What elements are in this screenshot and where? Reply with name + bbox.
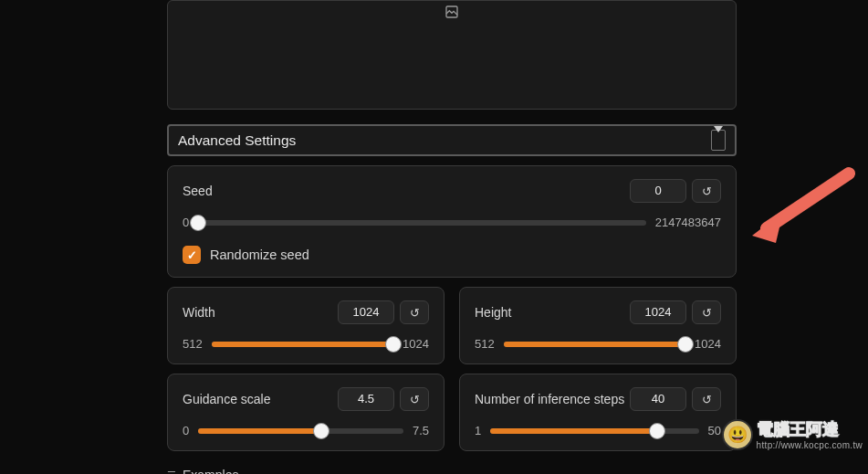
reset-icon: ↺ bbox=[410, 306, 420, 320]
seed-reset-button[interactable]: ↺ bbox=[692, 179, 721, 203]
randomize-seed-label: Randomize seed bbox=[210, 248, 309, 262]
watermark-url: http://www.kocpc.com.tw bbox=[757, 440, 863, 450]
seed-slider[interactable] bbox=[198, 220, 645, 226]
watermark-title: 電腦王阿達 bbox=[757, 418, 863, 440]
width-slider[interactable] bbox=[212, 342, 393, 347]
guidance-slider[interactable] bbox=[198, 428, 403, 434]
annotation-arrow bbox=[748, 164, 858, 247]
height-slider-thumb[interactable] bbox=[677, 336, 694, 353]
width-max: 1024 bbox=[403, 337, 429, 351]
advanced-settings-toggle[interactable]: Advanced Settings bbox=[167, 124, 737, 156]
seed-slider-thumb[interactable] bbox=[190, 215, 206, 231]
width-slider-thumb[interactable] bbox=[385, 336, 402, 353]
guidance-reset-button[interactable]: ↺ bbox=[400, 387, 429, 411]
chevron-down-icon bbox=[711, 130, 726, 151]
width-reset-button[interactable]: ↺ bbox=[400, 300, 429, 324]
steps-max: 50 bbox=[708, 424, 721, 437]
seed-panel: Seed 0 ↺ 0 2147483647 ✓ Randomize seed bbox=[167, 165, 737, 278]
width-label: Width bbox=[183, 305, 215, 320]
steps-panel: Number of inference steps 40 ↺ 1 50 bbox=[459, 374, 737, 451]
width-value-input[interactable]: 1024 bbox=[338, 300, 394, 324]
svg-marker-2 bbox=[752, 212, 783, 243]
reset-icon: ↺ bbox=[702, 393, 712, 406]
steps-value-input[interactable]: 40 bbox=[630, 387, 686, 411]
height-value-input[interactable]: 1024 bbox=[630, 300, 686, 324]
guidance-label: Guidance scale bbox=[183, 392, 271, 406]
watermark-logo-icon: 😃 bbox=[722, 419, 753, 450]
steps-slider[interactable] bbox=[490, 428, 698, 434]
randomize-seed-checkbox[interactable]: ✓ bbox=[183, 246, 201, 264]
svg-line-1 bbox=[767, 174, 849, 228]
height-reset-button[interactable]: ↺ bbox=[692, 300, 721, 324]
steps-slider-thumb[interactable] bbox=[649, 423, 665, 439]
seed-min: 0 bbox=[183, 216, 189, 229]
reset-icon: ↺ bbox=[410, 393, 420, 406]
height-max: 1024 bbox=[695, 337, 721, 351]
reset-icon: ↺ bbox=[702, 184, 712, 198]
seed-max: 2147483647 bbox=[655, 216, 721, 229]
guidance-value-input[interactable]: 4.5 bbox=[338, 387, 394, 411]
width-panel: Width 1024 ↺ 512 1024 bbox=[167, 287, 444, 364]
height-panel: Height 1024 ↺ 512 1024 bbox=[459, 287, 737, 364]
guidance-max: 7.5 bbox=[413, 424, 429, 437]
list-icon: ☰ bbox=[167, 469, 175, 475]
image-output-area bbox=[167, 0, 737, 110]
height-slider[interactable] bbox=[504, 342, 685, 347]
height-min: 512 bbox=[475, 337, 495, 351]
guidance-slider-thumb[interactable] bbox=[313, 423, 329, 439]
check-icon: ✓ bbox=[187, 248, 197, 262]
height-label: Height bbox=[475, 305, 511, 320]
steps-min: 1 bbox=[475, 424, 481, 437]
steps-label: Number of inference steps bbox=[475, 392, 624, 406]
advanced-settings-label: Advanced Settings bbox=[178, 132, 296, 149]
guidance-panel: Guidance scale 4.5 ↺ 0 7.5 bbox=[167, 374, 444, 451]
seed-value-input[interactable]: 0 bbox=[630, 179, 686, 203]
examples-section[interactable]: ☰ Examples bbox=[167, 468, 737, 474]
seed-label: Seed bbox=[183, 184, 213, 198]
reset-icon: ↺ bbox=[702, 306, 712, 320]
examples-label: Examples bbox=[183, 468, 238, 474]
guidance-min: 0 bbox=[183, 424, 189, 437]
watermark: 😃 電腦王阿達 http://www.kocpc.com.tw bbox=[722, 418, 863, 450]
width-min: 512 bbox=[183, 337, 203, 351]
steps-reset-button[interactable]: ↺ bbox=[692, 387, 721, 411]
image-placeholder-icon bbox=[444, 5, 459, 23]
